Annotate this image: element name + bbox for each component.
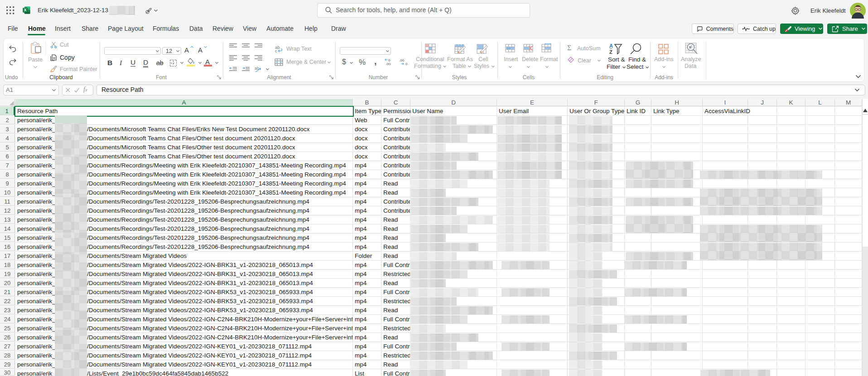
- svg-text:X: X: [24, 8, 27, 12]
- svg-text:Z: Z: [609, 49, 612, 55]
- svg-text:0: 0: [405, 62, 408, 66]
- svg-text:A: A: [609, 43, 613, 48]
- svg-text:c: c: [275, 48, 277, 53]
- svg-text:.00: .00: [386, 62, 391, 66]
- svg-text:.00: .00: [399, 58, 405, 62]
